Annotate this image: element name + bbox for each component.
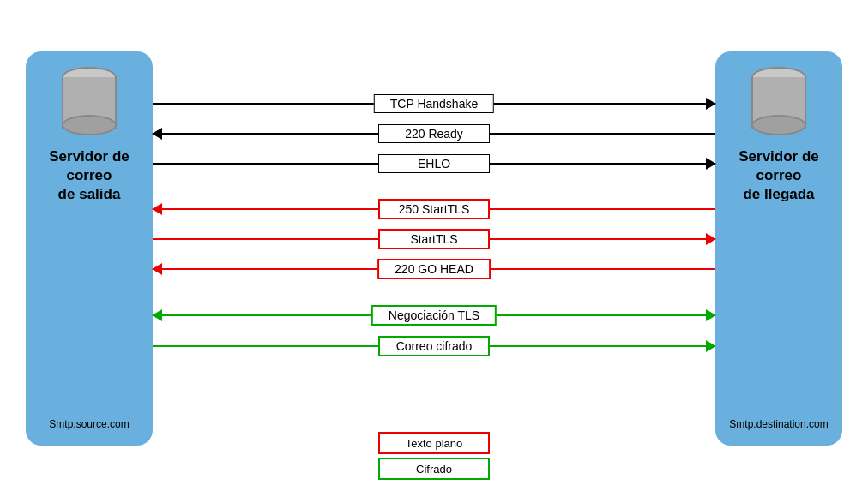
left-server-icon <box>62 67 117 135</box>
ready-arrowhead <box>152 128 162 140</box>
legend-texto-plano-box: Texto plano <box>378 432 490 454</box>
tls-negociacion-row: Negociación TLS <box>153 302 715 329</box>
correo-cifrado-arrowhead <box>706 340 716 352</box>
ehlo-arrowhead <box>706 158 716 170</box>
legend-cifrado: Cifrado <box>378 458 490 480</box>
left-server: Servidor decorreode salida Smtp.source.c… <box>26 51 153 446</box>
correo-cifrado-label: Correo cifrado <box>378 336 490 356</box>
left-server-domain: Smtp.source.com <box>49 418 129 430</box>
go-head-row: 220 GO HEAD <box>153 255 715 283</box>
ready-label: 220 Ready <box>378 124 490 143</box>
tls-negociacion-arrowhead-r <box>706 309 716 321</box>
diagram: Servidor decorreode salida Smtp.source.c… <box>0 0 868 497</box>
arrows-area: TCP Handshake 220 Ready EHLO 250 StartTL… <box>153 0 715 497</box>
go-head-arrowhead <box>152 263 162 275</box>
ehlo-row: EHLO <box>153 150 715 177</box>
starttls-row: StartTLS <box>153 225 715 253</box>
tcp-handshake-row: TCP Handshake <box>153 90 715 117</box>
tls-negociacion-label: Negociación TLS <box>371 305 497 326</box>
ehlo-label: EHLO <box>378 154 490 173</box>
left-server-label: Servidor decorreode salida <box>49 147 130 204</box>
legend: Texto plano Cifrado <box>378 432 490 480</box>
tcp-handshake-arrowhead <box>706 98 716 110</box>
starttls-label: StartTLS <box>378 229 490 249</box>
right-server-label: Servidor decorreode llegada <box>738 147 819 204</box>
correo-cifrado-row: Correo cifrado <box>153 332 715 360</box>
right-server: Servidor decorreode llegada Smtp.destina… <box>715 51 842 446</box>
right-server-icon <box>751 67 806 135</box>
go-head-label: 220 GO HEAD <box>377 259 491 279</box>
starttls-250-arrowhead <box>152 203 162 215</box>
starttls-250-row: 250 StartTLS <box>153 195 715 223</box>
legend-texto-plano: Texto plano <box>378 432 490 454</box>
legend-cifrado-box: Cifrado <box>378 458 490 480</box>
ready-row: 220 Ready <box>153 120 715 147</box>
starttls-250-label: 250 StartTLS <box>378 199 490 219</box>
right-server-domain: Smtp.destination.com <box>729 418 828 430</box>
tls-negociacion-arrowhead-l <box>152 309 162 321</box>
starttls-arrowhead <box>706 233 716 245</box>
tcp-handshake-label: TCP Handshake <box>374 94 494 113</box>
